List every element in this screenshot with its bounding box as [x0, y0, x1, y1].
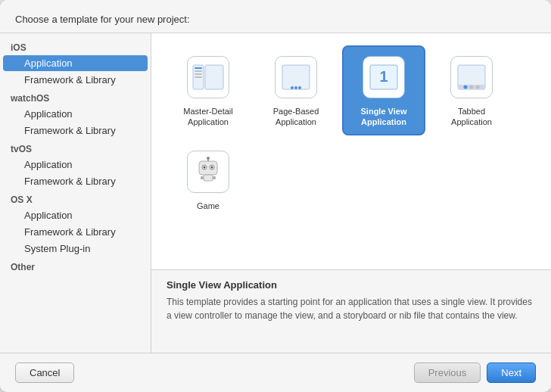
sidebar-item-tv-framework[interactable]: Framework & Library [3, 173, 148, 189]
sidebar-group-tvos: tvOS [0, 139, 151, 156]
svg-point-21 [211, 166, 213, 168]
svg-point-14 [464, 86, 468, 89]
single-view-label: Single ViewApplication [361, 106, 407, 128]
dialog: Choose a template for your new project: … [0, 0, 551, 392]
dialog-header-text: Choose a template for your new project: [15, 14, 190, 25]
sidebar-item-osx-application[interactable]: Application [3, 207, 148, 223]
dialog-header: Choose a template for your new project: [0, 0, 551, 33]
game-label: Game [197, 201, 219, 211]
svg-rect-24 [213, 176, 216, 179]
next-button[interactable]: Next [487, 362, 536, 383]
svg-point-8 [294, 86, 297, 89]
svg-point-9 [298, 86, 301, 89]
sidebar-group-watchos: watchOS [0, 89, 151, 105]
footer-right-buttons: Previous Next [414, 362, 536, 383]
content-area: Master-DetailApplication [151, 33, 551, 353]
sidebar-item-ios-application[interactable]: Application [3, 55, 148, 71]
svg-point-16 [476, 86, 480, 89]
template-grid: Master-DetailApplication [151, 33, 551, 269]
svg-text:1: 1 [379, 68, 388, 85]
template-page-based[interactable]: Page-BasedApplication [254, 45, 338, 135]
template-master-detail[interactable]: Master-DetailApplication [167, 45, 250, 135]
svg-rect-1 [205, 65, 223, 89]
master-detail-label: Master-DetailApplication [183, 106, 232, 128]
svg-rect-17 [199, 161, 217, 175]
sidebar-item-osx-framework[interactable]: Framework & Library [3, 224, 148, 240]
sidebar-item-watch-framework[interactable]: Framework & Library [3, 123, 148, 138]
description-title: Single View Application [167, 279, 536, 291]
cancel-button[interactable]: Cancel [15, 362, 74, 383]
sidebar-item-osx-plugin[interactable]: System Plug-in [3, 241, 148, 257]
svg-rect-2 [195, 67, 202, 69]
previous-button[interactable]: Previous [414, 362, 481, 383]
svg-rect-5 [195, 76, 202, 78]
svg-rect-6 [282, 65, 310, 89]
sidebar-item-tv-application[interactable]: Application [3, 157, 148, 173]
svg-rect-4 [195, 73, 202, 75]
game-icon [184, 148, 232, 196]
description-text: This template provides a starting point … [167, 295, 536, 322]
template-game[interactable]: Game [167, 140, 250, 219]
template-single-view[interactable]: 1 Single ViewApplication [342, 45, 425, 135]
sidebar-item-watch-application[interactable]: Application [3, 106, 148, 122]
sidebar-group-other: Other [0, 257, 151, 274]
svg-point-7 [291, 86, 294, 89]
svg-rect-3 [195, 70, 202, 72]
tabbed-icon [447, 53, 496, 101]
svg-point-20 [204, 166, 206, 168]
svg-point-15 [470, 86, 474, 89]
dialog-body: iOS Application Framework & Library watc… [0, 33, 551, 353]
page-based-label: Page-BasedApplication [273, 106, 319, 128]
sidebar-group-osx: OS X [0, 190, 151, 207]
master-detail-icon [184, 53, 232, 101]
dialog-footer: Cancel Previous Next [0, 353, 551, 392]
tabbed-label: TabbedApplication [451, 106, 492, 128]
svg-rect-22 [204, 175, 213, 181]
svg-rect-23 [201, 176, 204, 179]
sidebar-group-ios: iOS [0, 38, 151, 54]
page-based-icon [272, 53, 320, 101]
template-tabbed[interactable]: TabbedApplication [430, 45, 513, 135]
description-area: Single View Application This template pr… [151, 269, 551, 353]
svg-point-26 [207, 157, 210, 160]
sidebar: iOS Application Framework & Library watc… [0, 33, 151, 353]
single-view-icon: 1 [360, 53, 408, 101]
sidebar-item-ios-framework[interactable]: Framework & Library [3, 72, 148, 88]
